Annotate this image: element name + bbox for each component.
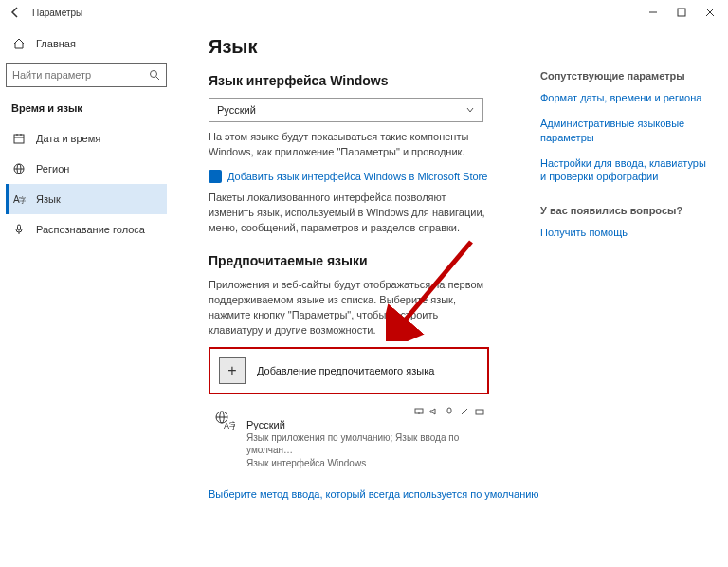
related-link-date-format[interactable]: Формат даты, времени и региона (540, 91, 711, 105)
svg-rect-24 (476, 410, 483, 414)
handwriting-icon (459, 406, 470, 417)
window-title: Параметры (32, 8, 82, 18)
sidebar-item-datetime[interactable]: Дата и время (6, 123, 167, 154)
sidebar-item-language[interactable]: A字 Язык (6, 184, 167, 214)
display-language-desc: На этом языке будут показываться такие к… (209, 130, 493, 160)
section-display-language: Язык интерфейса Windows (209, 73, 540, 88)
language-icon: A字 (11, 192, 27, 207)
store-link-row[interactable]: Добавить язык интерфейса Windows в Micro… (209, 170, 540, 183)
svg-point-4 (151, 71, 157, 78)
svg-rect-6 (14, 135, 24, 143)
keyboard-icon (474, 406, 485, 417)
related-link-admin-lang[interactable]: Административные языковые параметры (540, 117, 711, 145)
add-language-label: Добавление предпочитаемого языка (257, 365, 434, 376)
page-title: Язык (209, 36, 540, 58)
svg-text:字: 字 (19, 196, 26, 205)
globe-icon (11, 161, 27, 176)
svg-rect-1 (678, 9, 685, 16)
back-button[interactable] (4, 1, 27, 24)
calendar-icon (11, 131, 27, 146)
section-preferred-languages: Предпочитаемые языки (209, 253, 540, 268)
speech-icon (444, 406, 455, 417)
packs-desc: Пакеты локализованного интерфейса позвол… (209, 191, 493, 236)
display-language-dropdown[interactable]: Русский (209, 98, 483, 122)
svg-line-5 (156, 77, 159, 80)
minimize-button[interactable] (639, 0, 667, 25)
related-header: Сопутствующие параметры (540, 70, 711, 82)
get-help-link[interactable]: Получить помощь (540, 226, 711, 240)
sidebar: Главная Время и язык Дата и время Регион… (0, 25, 173, 567)
related-link-input-settings[interactable]: Настройки для ввода, клавиатуры и провер… (540, 156, 711, 185)
default-ime-link[interactable]: Выберите метод ввода, который всегда исп… (209, 488, 540, 500)
sidebar-item-region[interactable]: Регион (6, 154, 167, 184)
svg-rect-23 (447, 408, 451, 413)
content-area: Язык Язык интерфейса Windows Русский На … (209, 36, 540, 567)
display-icon (413, 406, 425, 417)
close-button[interactable] (696, 0, 724, 25)
add-language-button[interactable]: + Добавление предпочитаемого языка (213, 352, 484, 390)
sidebar-item-speech[interactable]: Распознавание голоса (6, 214, 167, 245)
language-pack-icon: A字 (212, 408, 237, 432)
sidebar-item-label: Регион (36, 163, 69, 174)
plus-icon: + (219, 357, 246, 384)
questions-header: У вас появились вопросы? (540, 205, 711, 216)
sidebar-category: Время и язык (6, 99, 167, 123)
sidebar-item-label: Дата и время (36, 133, 100, 144)
language-sub-2: Язык интерфейса Windows (246, 457, 485, 469)
search-input-wrap[interactable] (6, 63, 167, 87)
language-item[interactable]: A字 Русский Язык приложения по умолчанию;… (209, 404, 489, 471)
svg-rect-21 (415, 409, 423, 413)
sidebar-item-label: Распознавание голоса (36, 224, 145, 235)
chevron-down-icon (465, 105, 475, 115)
dropdown-value: Русский (217, 104, 256, 116)
language-name: Русский (246, 419, 485, 430)
sidebar-home[interactable]: Главная (6, 32, 167, 55)
sidebar-home-label: Главная (36, 38, 76, 49)
tts-icon (428, 406, 440, 417)
search-input[interactable] (12, 69, 149, 81)
home-icon (11, 36, 27, 51)
store-icon (209, 170, 222, 183)
search-icon (149, 69, 160, 81)
language-sub-1: Язык приложения по умолчанию; Язык ввода… (246, 431, 485, 456)
annotation-highlight: + Добавление предпочитаемого языка (209, 347, 489, 394)
sidebar-item-label: Язык (36, 193, 61, 205)
microphone-icon (11, 222, 27, 237)
related-pane: Сопутствующие параметры Формат даты, вре… (540, 36, 711, 567)
svg-rect-15 (18, 225, 21, 230)
svg-text:A字: A字 (224, 421, 235, 430)
store-link-text: Добавить язык интерфейса Windows в Micro… (228, 171, 487, 182)
maximize-button[interactable] (667, 0, 696, 25)
preferred-desc: Приложения и веб-сайты будут отображатьс… (209, 278, 493, 338)
